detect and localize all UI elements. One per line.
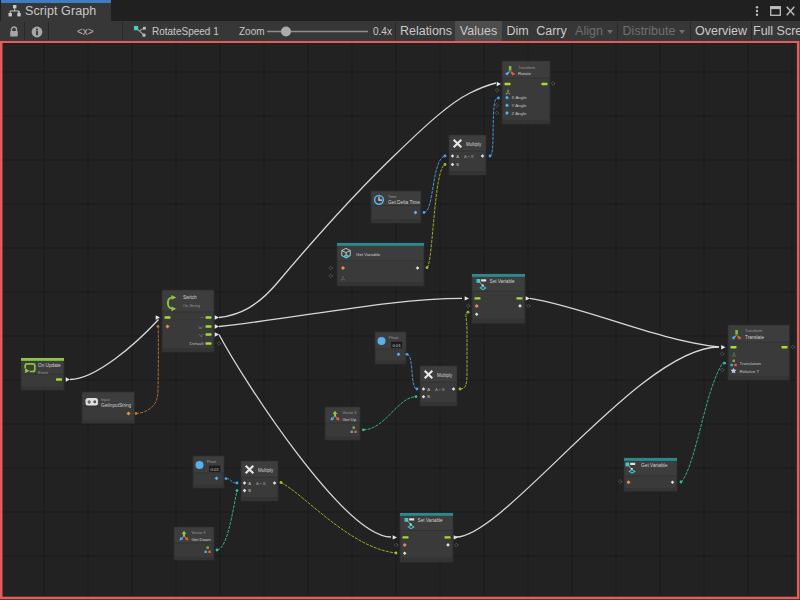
svg-text:Event: Event	[38, 370, 49, 375]
svg-text:A: A	[427, 387, 430, 392]
svg-text:0.01: 0.01	[393, 343, 402, 348]
svg-text:On String: On String	[183, 303, 200, 308]
svg-text:Rotate: Rotate	[518, 71, 531, 76]
svg-text:Multiply: Multiply	[258, 468, 274, 473]
svg-text:Get Delta Time: Get Delta Time	[388, 200, 420, 205]
svg-text:Get Variable: Get Variable	[641, 463, 668, 468]
svg-text:Get Up: Get Up	[343, 417, 357, 422]
svg-text:Transform: Transform	[518, 66, 535, 70]
svg-text:Get Down: Get Down	[192, 537, 212, 542]
svg-text:Z Angle: Z Angle	[512, 111, 527, 116]
svg-text:Vector 3: Vector 3	[192, 531, 206, 535]
svg-text:Input: Input	[101, 397, 111, 402]
svg-text:Get Variable: Get Variable	[356, 252, 381, 257]
svg-text:A × B: A × B	[435, 387, 445, 392]
svg-text:Float: Float	[389, 335, 399, 340]
svg-text:X Angle: X Angle	[512, 95, 528, 100]
svg-text:B: B	[456, 162, 459, 167]
svg-text:Transform: Transform	[745, 329, 762, 333]
svg-text:A × B: A × B	[256, 481, 266, 486]
svg-text:A × B: A × B	[464, 154, 474, 159]
svg-text:Multiply: Multiply	[437, 373, 453, 378]
svg-text:A: A	[456, 154, 459, 159]
svg-text:“w”: “w”	[198, 325, 204, 330]
svg-text:“s”: “s”	[199, 333, 204, 338]
svg-text:Default: Default	[190, 341, 205, 346]
svg-text:Vector 3: Vector 3	[343, 411, 357, 415]
svg-text:Set Variable: Set Variable	[490, 279, 516, 284]
svg-text:0.01: 0.01	[211, 467, 220, 472]
svg-text:On Update: On Update	[38, 363, 61, 368]
svg-text:Multiply: Multiply	[466, 142, 482, 147]
svg-text:Translate: Translate	[745, 335, 764, 340]
svg-text:B: B	[248, 488, 251, 493]
svg-text:Float: Float	[207, 459, 217, 464]
svg-text:Relative T: Relative T	[740, 369, 760, 374]
svg-text:Translation: Translation	[740, 361, 762, 366]
svg-text:Switch: Switch	[183, 295, 197, 300]
svg-text:Set Variable: Set Variable	[418, 518, 444, 523]
svg-text:Y Angle: Y Angle	[512, 103, 528, 108]
svg-text:Time: Time	[388, 194, 397, 199]
svg-text:GetInputString: GetInputString	[101, 403, 132, 408]
svg-text:A: A	[248, 481, 251, 486]
svg-text:B: B	[427, 394, 430, 399]
